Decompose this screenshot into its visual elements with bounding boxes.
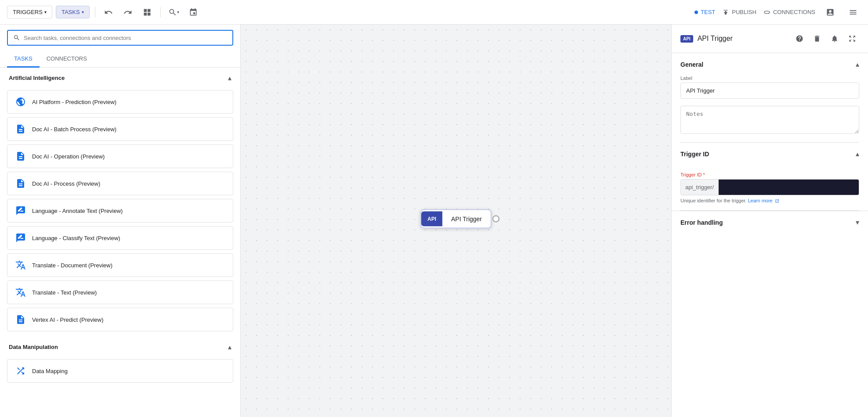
expand-button[interactable] <box>845 32 859 46</box>
task-item[interactable]: Translate - Text (Preview) <box>7 280 233 304</box>
left-sidebar: TASKS CONNECTORS Artificial Intelligence… <box>0 25 241 417</box>
menu-icon <box>849 8 857 17</box>
task-item[interactable]: Doc AI - Operation (Preview) <box>7 144 233 168</box>
category-data-title: Data Manipulation <box>9 344 58 350</box>
canvas[interactable]: API API Trigger <box>241 25 671 417</box>
trigger-id-value[interactable]: ████████████████ <box>719 180 859 195</box>
publish-label: PUBLISH <box>732 9 756 15</box>
tasks-chevron-icon: ▾ <box>82 10 84 14</box>
task-item[interactable]: Language - Classify Text (Preview) <box>7 226 233 250</box>
zoom-icon <box>168 8 177 17</box>
general-chevron-icon <box>856 60 859 68</box>
help-button[interactable] <box>792 32 807 46</box>
task-icon-lang-annotate <box>14 205 27 217</box>
error-handling-title: Error handling <box>680 219 723 226</box>
tab-connectors[interactable]: CONNECTORS <box>40 51 94 68</box>
task-item[interactable]: Translate - Document (Preview) <box>7 253 233 277</box>
tasks-button[interactable]: TASKS ▾ <box>56 6 90 18</box>
task-item[interactable]: Doc AI - Batch Process (Preview) <box>7 117 233 141</box>
connections-icon <box>763 9 770 16</box>
tab-tasks[interactable]: TASKS <box>7 51 40 68</box>
task-label: AI Platform - Prediction (Preview) <box>32 99 116 105</box>
notes-textarea[interactable] <box>680 106 859 134</box>
undo-icon <box>104 8 113 17</box>
task-icon-ai-platform <box>14 96 27 108</box>
test-dot-icon <box>694 11 698 14</box>
pin-icon <box>189 8 198 17</box>
task-label: Doc AI - Batch Process (Preview) <box>32 126 116 133</box>
trigger-id-prefix: api_trigger/ <box>681 180 719 195</box>
required-star: * <box>703 172 705 177</box>
layout-icon <box>143 8 152 17</box>
right-panel-api-badge: API <box>680 35 693 43</box>
sidebar-content: Artificial Intelligence AI Platform - Pr… <box>0 68 240 417</box>
task-label: Language - Classify Text (Preview) <box>32 235 120 241</box>
category-data-chevron <box>228 343 231 351</box>
redo-button[interactable] <box>120 4 136 20</box>
task-label: Translate - Document (Preview) <box>32 262 112 269</box>
delete-button[interactable] <box>810 32 824 46</box>
label-field-input[interactable] <box>680 83 859 99</box>
publish-icon <box>722 9 729 16</box>
toolbar-left: TRIGGERS ▾ TASKS ▾ ▾ <box>7 4 691 20</box>
pin-button[interactable] <box>185 4 201 20</box>
category-ai[interactable]: Artificial Intelligence <box>0 68 240 88</box>
zoom-button[interactable]: ▾ <box>166 4 182 20</box>
notification-icon <box>831 35 839 43</box>
external-link-icon <box>775 199 779 203</box>
right-panel-title-group: API API Trigger <box>680 35 733 43</box>
task-icon-lang-classify <box>14 232 27 244</box>
api-trigger-node[interactable]: API API Trigger <box>420 209 492 229</box>
task-icon-data-mapping <box>14 365 27 377</box>
notification-button[interactable] <box>828 32 842 46</box>
analytics-icon <box>826 8 835 17</box>
task-label: Vertex AI - Predict (Preview) <box>32 316 104 323</box>
task-label: Doc AI - Process (Preview) <box>32 180 100 187</box>
error-handling-section[interactable]: Error handling <box>672 211 868 234</box>
trigger-id-section-header[interactable]: Trigger ID <box>672 143 868 165</box>
task-label: Doc AI - Operation (Preview) <box>32 153 105 160</box>
node-badge: API <box>421 212 442 226</box>
general-section-header[interactable]: General <box>672 53 868 75</box>
toolbar-right: TEST PUBLISH CONNECTIONS <box>694 4 861 20</box>
trigger-id-section-content: Trigger ID * api_trigger/ ██████████████… <box>672 165 868 210</box>
test-button[interactable]: TEST <box>694 9 715 15</box>
task-list-data: Data Mapping <box>0 357 240 388</box>
publish-button[interactable]: PUBLISH <box>722 9 756 16</box>
search-box <box>7 30 233 46</box>
undo-button[interactable] <box>101 4 116 20</box>
task-item[interactable]: Doc AI - Process (Preview) <box>7 172 233 195</box>
trigger-id-section-title: Trigger ID <box>680 151 709 158</box>
right-panel: API API Trigger General <box>671 25 868 417</box>
category-ai-chevron <box>228 74 231 82</box>
tabs-container: TASKS CONNECTORS <box>0 51 240 68</box>
task-item[interactable]: AI Platform - Prediction (Preview) <box>7 90 233 114</box>
zoom-chevron: ▾ <box>177 10 179 14</box>
layout-button[interactable] <box>139 4 155 20</box>
learn-more-link[interactable]: Learn more <box>748 198 779 203</box>
toolbar-divider-1 <box>95 7 95 18</box>
category-data-manipulation[interactable]: Data Manipulation <box>0 337 240 357</box>
task-label: Data Mapping <box>32 368 68 374</box>
error-handling-chevron-icon <box>856 218 859 226</box>
task-icon-doc-ai-proc <box>14 177 27 190</box>
task-item[interactable]: Data Mapping <box>7 359 233 383</box>
task-item[interactable]: Language - Annotate Text (Preview) <box>7 199 233 223</box>
label-field-label: Label <box>680 75 859 81</box>
right-panel-header: API API Trigger <box>672 25 868 53</box>
label-field-group: Label <box>680 75 859 99</box>
right-panel-title: API Trigger <box>698 35 733 43</box>
menu-button[interactable] <box>845 4 861 20</box>
toolbar-divider-2 <box>160 7 161 18</box>
search-input[interactable] <box>24 35 227 41</box>
task-label: Translate - Text (Preview) <box>32 289 97 296</box>
expand-icon <box>848 35 856 43</box>
connections-button[interactable]: CONNECTIONS <box>763 9 815 16</box>
redo-icon <box>123 8 132 17</box>
task-icon-doc-ai-batch <box>14 123 27 135</box>
analytics-button[interactable] <box>822 4 838 20</box>
triggers-button[interactable]: TRIGGERS ▾ <box>7 6 52 18</box>
task-item[interactable]: Vertex AI - Predict (Preview) <box>7 308 233 331</box>
trigger-id-input-row: api_trigger/ ████████████████ <box>680 179 859 195</box>
search-container <box>0 25 240 51</box>
